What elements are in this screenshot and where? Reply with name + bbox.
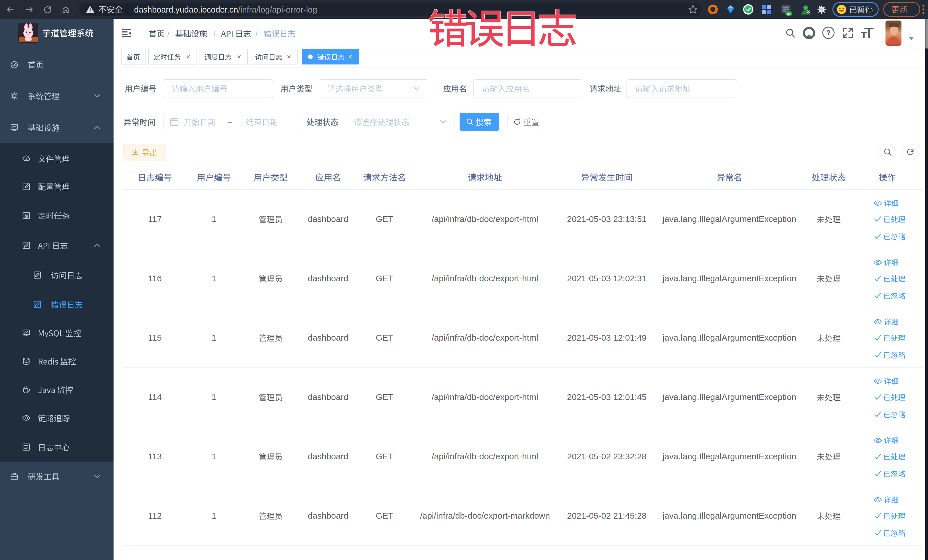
- svg-text:?: ?: [826, 29, 831, 37]
- svg-text:on: on: [787, 12, 791, 15]
